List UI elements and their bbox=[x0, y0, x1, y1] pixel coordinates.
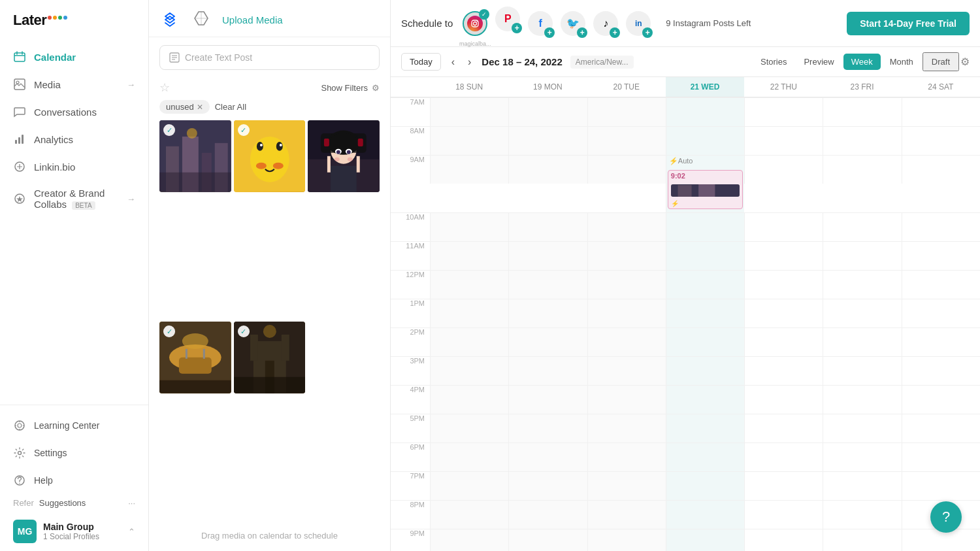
upload-label[interactable]: Upload Media bbox=[222, 14, 283, 25]
cell-thu-5pm[interactable] bbox=[744, 414, 823, 442]
cell-thu-3pm[interactable] bbox=[744, 356, 823, 385]
help-fab-button[interactable]: ? bbox=[930, 501, 962, 533]
cell-tue-8pm[interactable] bbox=[587, 500, 666, 529]
timezone-label[interactable]: America/New... bbox=[570, 56, 634, 69]
cell-tue-11am[interactable] bbox=[587, 241, 666, 270]
cell-wed-1pm[interactable] bbox=[666, 299, 744, 327]
cell-mon-9am[interactable] bbox=[508, 155, 587, 184]
cell-tue-12pm[interactable] bbox=[587, 270, 666, 299]
cell-fri-2pm[interactable] bbox=[823, 327, 901, 356]
cell-sat-11am[interactable] bbox=[902, 241, 980, 270]
cell-fri-7am[interactable] bbox=[823, 97, 901, 126]
sidebar-item-conversations[interactable]: Conversations bbox=[0, 98, 148, 125]
cell-fri-7pm[interactable] bbox=[823, 471, 901, 500]
cell-tue-10am[interactable] bbox=[587, 212, 666, 241]
tab-week[interactable]: Week bbox=[843, 54, 881, 70]
cell-fri-9am[interactable] bbox=[823, 155, 901, 184]
cell-sat-6pm[interactable] bbox=[902, 442, 980, 471]
sidebar-item-learning[interactable]: Learning Center bbox=[0, 412, 148, 439]
start-trial-button[interactable]: Start 14-Day Free Trial bbox=[847, 12, 970, 35]
today-button[interactable]: Today bbox=[401, 53, 441, 71]
prev-week-button[interactable]: ‹ bbox=[449, 54, 457, 71]
star-icon[interactable]: ☆ bbox=[159, 80, 170, 95]
cell-thu-4pm[interactable] bbox=[744, 385, 823, 414]
sidebar-item-media[interactable]: Media → bbox=[0, 71, 148, 98]
cell-sun-2pm[interactable] bbox=[430, 327, 508, 356]
cell-thu-12pm[interactable] bbox=[744, 270, 823, 299]
media-thumb-4[interactable]: ✓ bbox=[159, 322, 231, 393]
media-thumb-2[interactable]: ✓ bbox=[234, 120, 306, 192]
tab-preview[interactable]: Preview bbox=[796, 54, 841, 70]
more-options-icon[interactable]: ··· bbox=[128, 498, 135, 508]
cell-sat-10am[interactable] bbox=[902, 212, 980, 241]
google-drive-icon[interactable] bbox=[191, 9, 212, 30]
cell-wed-2pm[interactable] bbox=[666, 327, 744, 356]
cell-thu-7pm[interactable] bbox=[744, 471, 823, 500]
cell-wed-4pm[interactable] bbox=[666, 385, 744, 414]
cell-thu-7am[interactable] bbox=[744, 97, 823, 126]
cell-sat-5pm[interactable] bbox=[902, 414, 980, 442]
cell-mon-7am[interactable] bbox=[508, 97, 587, 126]
account-linkedin[interactable]: in + bbox=[624, 9, 653, 38]
tag-close-icon[interactable]: ✕ bbox=[197, 103, 203, 112]
cell-mon-4pm[interactable] bbox=[508, 385, 587, 414]
cell-mon-12pm[interactable] bbox=[508, 270, 587, 299]
sidebar-item-analytics[interactable]: Analytics bbox=[0, 125, 148, 153]
cell-tue-4pm[interactable] bbox=[587, 385, 666, 414]
account-pinterest[interactable]: P + bbox=[493, 5, 522, 33]
calendar-settings-icon[interactable]: ⚙ bbox=[960, 56, 970, 68]
media-thumb-1[interactable]: ✓ bbox=[159, 120, 231, 192]
cell-fri-9pm[interactable] bbox=[823, 529, 901, 551]
cell-thu-1pm[interactable] bbox=[744, 299, 823, 327]
show-filters-button[interactable]: Show Filters ⚙ bbox=[321, 83, 380, 93]
user-profile[interactable]: MG Main Group 1 Social Profiles ⌃ bbox=[0, 512, 148, 551]
cell-sat-4pm[interactable] bbox=[902, 385, 980, 414]
cell-wed-8am[interactable] bbox=[666, 126, 744, 155]
cell-fri-5pm[interactable] bbox=[823, 414, 901, 442]
cell-sun-5pm[interactable] bbox=[430, 414, 508, 442]
account-facebook[interactable]: f + bbox=[526, 9, 555, 38]
cell-sun-8pm[interactable] bbox=[430, 500, 508, 529]
cell-wed-7pm[interactable] bbox=[666, 471, 744, 500]
sidebar-item-help[interactable]: Help bbox=[0, 467, 148, 494]
cell-fri-11am[interactable] bbox=[823, 241, 901, 270]
cell-wed-12pm[interactable] bbox=[666, 270, 744, 299]
cell-mon-7pm[interactable] bbox=[508, 471, 587, 500]
cell-tue-5pm[interactable] bbox=[587, 414, 666, 442]
cell-tue-6pm[interactable] bbox=[587, 442, 666, 471]
cell-wed-5pm[interactable] bbox=[666, 414, 744, 442]
cell-mon-2pm[interactable] bbox=[508, 327, 587, 356]
cell-mon-9pm[interactable] bbox=[508, 529, 587, 551]
cell-sat-3pm[interactable] bbox=[902, 356, 980, 385]
cell-tue-9am[interactable] bbox=[587, 155, 666, 184]
sidebar-item-calendar[interactable]: Calendar bbox=[0, 43, 148, 71]
cell-mon-8pm[interactable] bbox=[508, 500, 587, 529]
tab-stories[interactable]: Stories bbox=[753, 54, 794, 70]
cell-thu-10am[interactable] bbox=[744, 212, 823, 241]
cell-sat-1pm[interactable] bbox=[902, 299, 980, 327]
cell-sat-12pm[interactable] bbox=[902, 270, 980, 299]
cell-tue-9pm[interactable] bbox=[587, 529, 666, 551]
tab-draft[interactable]: Draft bbox=[923, 52, 959, 71]
cell-fri-4pm[interactable] bbox=[823, 385, 901, 414]
account-instagram[interactable]: ✓ magicalba... bbox=[461, 9, 489, 38]
cell-thu-8am[interactable] bbox=[744, 126, 823, 155]
cell-thu-11am[interactable] bbox=[744, 241, 823, 270]
account-twitter[interactable]: 🐦 + bbox=[559, 9, 587, 38]
media-thumb-3[interactable] bbox=[308, 120, 380, 192]
text-post-input[interactable]: Create Text Post bbox=[159, 45, 380, 70]
cell-tue-7am[interactable] bbox=[587, 97, 666, 126]
cell-thu-2pm[interactable] bbox=[744, 327, 823, 356]
cell-fri-1pm[interactable] bbox=[823, 299, 901, 327]
cell-mon-11am[interactable] bbox=[508, 241, 587, 270]
cell-sun-12pm[interactable] bbox=[430, 270, 508, 299]
cell-sat-7am[interactable] bbox=[902, 97, 980, 126]
cell-thu-6pm[interactable] bbox=[744, 442, 823, 471]
cell-tue-3pm[interactable] bbox=[587, 356, 666, 385]
clear-all-button[interactable]: Clear All bbox=[215, 102, 246, 112]
cell-tue-2pm[interactable] bbox=[587, 327, 666, 356]
cell-mon-6pm[interactable] bbox=[508, 442, 587, 471]
cell-mon-8am[interactable] bbox=[508, 126, 587, 155]
cell-thu-9pm[interactable] bbox=[744, 529, 823, 551]
cell-sat-7pm[interactable] bbox=[902, 471, 980, 500]
